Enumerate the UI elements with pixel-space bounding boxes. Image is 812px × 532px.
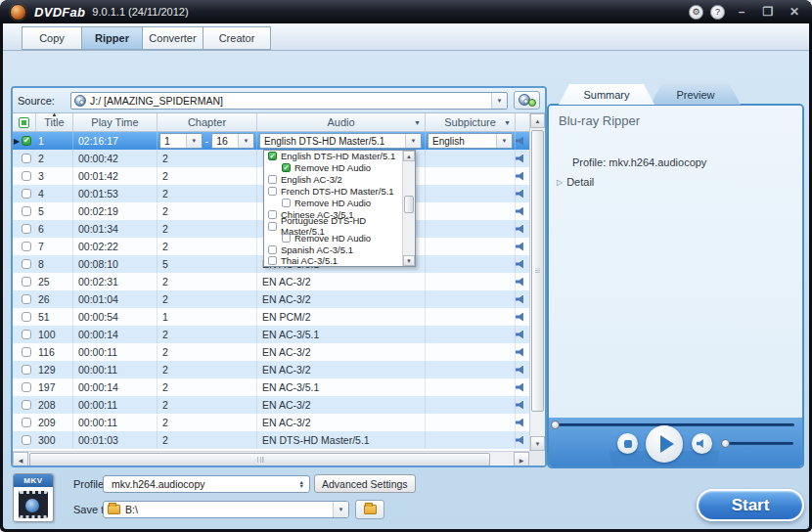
checked-checkbox-icon[interactable]: ✔ [268, 152, 277, 160]
audio-dropdown-item[interactable]: English AC-3/2 [264, 174, 402, 186]
unchecked-checkbox-icon[interactable] [268, 245, 277, 254]
chevron-down-icon[interactable]: ▼ [496, 134, 512, 148]
chevron-down-icon[interactable]: ▼ [186, 134, 202, 148]
unchecked-checkbox-icon[interactable] [22, 171, 31, 181]
scrollbar-thumb[interactable] [404, 196, 414, 213]
titlebar[interactable]: DVDFab 9.0.1.1 (24/11/2012) ⚙ ? – ❐ ✕ [0, 0, 812, 23]
source-combobox[interactable]: J:/ [AMAZING_SPIDERMAN] ▼ [70, 92, 508, 110]
vertical-scrollbar[interactable]: ▲ ▼ [529, 113, 545, 451]
save-to-combobox[interactable]: B:\ ▼ [103, 501, 349, 518]
settings-gear-icon[interactable]: ⚙ [689, 5, 703, 20]
checked-checkbox-icon[interactable]: ✔ [282, 163, 291, 172]
audio-dropdown-item[interactable]: Portuguese DTS-HD Master/5.1 [264, 220, 402, 232]
volume-slider-knob[interactable] [721, 439, 730, 448]
row-checkbox[interactable] [22, 308, 36, 326]
table-row[interactable]: 2600:01:042EN AC-3/2 [13, 290, 529, 308]
audio-dropdown-item[interactable]: French DTS-HD Master/5.1 [264, 186, 402, 198]
row-checkbox[interactable] [22, 290, 36, 308]
header-chapter[interactable]: Chapter [158, 113, 257, 131]
row-checkbox[interactable] [22, 378, 36, 396]
unchecked-checkbox-icon[interactable] [22, 242, 31, 251]
select-all-checkbox-icon[interactable] [19, 117, 29, 128]
unchecked-checkbox-icon[interactable] [268, 187, 277, 196]
unchecked-checkbox-icon[interactable] [22, 365, 31, 375]
minimize-button[interactable]: – [732, 5, 751, 19]
tab-summary[interactable]: Summary [559, 84, 654, 105]
tab-copy[interactable]: Copy [22, 26, 82, 50]
row-checkbox[interactable] [22, 150, 36, 167]
table-row[interactable]: 10000:00:142EN AC-3/5.1 [13, 326, 529, 343]
detail-expander[interactable]: ▷ Detail [557, 176, 594, 188]
filter-down-icon[interactable]: ▼ [414, 119, 421, 126]
table-row-selected[interactable]: ▶ ✔ 1 02:16:17 1 ▼ - 16 ▼ [13, 132, 529, 150]
unchecked-checkbox-icon[interactable] [268, 210, 277, 219]
unchecked-checkbox-icon[interactable] [282, 199, 291, 207]
audio-dropdown-item[interactable]: ✔Remove HD Audio [264, 162, 402, 174]
row-checkbox[interactable] [22, 343, 36, 361]
tab-ripper[interactable]: Ripper [81, 26, 143, 50]
scroll-left-icon[interactable]: ◀ [13, 452, 28, 467]
unchecked-checkbox-icon[interactable] [22, 312, 31, 322]
audio-dropdown-item[interactable]: Remove HD Audio [264, 198, 402, 209]
scroll-up-icon[interactable]: ▲ [530, 113, 545, 128]
table-row[interactable]: 30000:01:032EN DTS-HD Master/5.1 [13, 431, 529, 449]
row-checkbox[interactable] [22, 220, 36, 238]
table-row[interactable]: 20900:00:112EN AC-3/2 [13, 414, 529, 431]
chevron-down-icon[interactable]: ▼ [405, 134, 421, 148]
table-row[interactable]: 19700:00:142EN AC-3/5.1 [13, 378, 529, 396]
unchecked-checkbox-icon[interactable] [268, 256, 277, 265]
chapter-to-combobox[interactable]: 16 ▼ [211, 133, 254, 149]
unchecked-checkbox-icon[interactable] [22, 347, 31, 357]
stop-button[interactable] [617, 433, 638, 454]
advanced-settings-button[interactable]: Advanced Settings [314, 474, 416, 493]
checked-checkbox-icon[interactable]: ✔ [22, 136, 31, 146]
select-all-header[interactable] [13, 113, 36, 131]
scrollbar-thumb[interactable] [29, 453, 490, 466]
row-checkbox[interactable] [22, 238, 36, 255]
open-source-button[interactable] [514, 91, 540, 110]
scroll-down-icon[interactable]: ▼ [403, 255, 415, 266]
start-button[interactable]: Start [697, 489, 804, 521]
unchecked-checkbox-icon[interactable] [22, 294, 31, 304]
table-row[interactable]: 5100:00:541EN PCM/2 [13, 308, 529, 326]
row-checkbox[interactable] [22, 361, 36, 378]
header-title[interactable]: ▲ Title [36, 113, 73, 131]
browse-folder-button[interactable] [355, 500, 384, 519]
volume-slider[interactable] [727, 442, 793, 445]
scrollbar-thumb[interactable] [531, 130, 544, 412]
table-row[interactable]: 12900:00:112EN AC-3/2 [13, 361, 529, 378]
unchecked-checkbox-icon[interactable] [282, 234, 291, 243]
audio-dropdown-item[interactable]: Thai AC-3/5.1 [264, 255, 402, 267]
profile-updown-icon[interactable]: ▲▼ [299, 480, 304, 488]
row-checkbox[interactable] [22, 202, 36, 220]
row-checkbox[interactable] [22, 396, 36, 414]
row-checkbox[interactable] [22, 431, 36, 449]
audio-dropdown-item[interactable]: ✔English DTS-HD Master/5.1 [264, 151, 402, 162]
unchecked-checkbox-icon[interactable] [22, 154, 31, 163]
unchecked-checkbox-icon[interactable] [22, 277, 31, 287]
mute-button[interactable] [692, 433, 712, 454]
scroll-down-icon[interactable]: ▼ [530, 436, 545, 451]
seek-slider[interactable] [554, 423, 794, 426]
table-row[interactable]: 20800:00:112EN AC-3/2 [13, 396, 529, 414]
chapter-from-combobox[interactable]: 1 ▼ [159, 133, 203, 149]
audio-dropdown-item[interactable]: Spanish AC-3/5.1 [264, 244, 402, 255]
header-audio[interactable]: Audio ▼ [257, 113, 426, 131]
row-checkbox[interactable] [22, 185, 36, 202]
row-checkbox[interactable]: ✔ [22, 132, 36, 150]
chevron-down-icon[interactable]: ▼ [333, 502, 348, 517]
maximize-button[interactable]: ❐ [758, 5, 778, 19]
unchecked-checkbox-icon[interactable] [22, 259, 31, 269]
scroll-up-icon[interactable]: ▲ [403, 151, 415, 161]
unchecked-checkbox-icon[interactable] [268, 222, 277, 231]
row-checkbox[interactable] [22, 255, 36, 273]
dropdown-scrollbar[interactable]: ▲ ▼ [402, 151, 415, 266]
play-button[interactable] [646, 425, 683, 463]
profile-combobox[interactable]: mkv.h264.audiocopy ▲▼ [103, 475, 310, 493]
unchecked-checkbox-icon[interactable] [22, 400, 31, 410]
row-checkbox[interactable] [22, 414, 36, 431]
unchecked-checkbox-icon[interactable] [268, 175, 277, 184]
unchecked-checkbox-icon[interactable] [22, 224, 31, 234]
table-row[interactable]: 11600:00:112EN AC-3/2 [13, 343, 529, 361]
unchecked-checkbox-icon[interactable] [22, 418, 31, 427]
